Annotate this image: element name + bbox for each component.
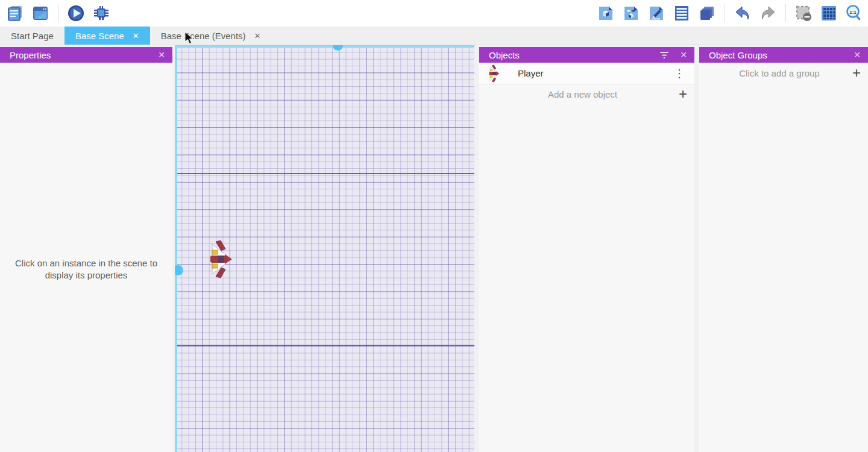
close-icon[interactable]: ✕	[854, 50, 861, 60]
undo-arrow-icon	[734, 4, 752, 22]
preview-play-icon[interactable]	[66, 3, 86, 24]
debug-icon[interactable]	[91, 3, 112, 24]
tab-label: Base Scene (Events)	[161, 31, 246, 41]
objects-panel-header: Objects ✕	[479, 47, 694, 63]
main-toolbar: 1:1	[0, 0, 868, 27]
tab-label: Start Page	[11, 31, 54, 41]
toolbar-separator	[785, 4, 786, 22]
magnifier-1-1-icon: 1:1	[844, 4, 864, 23]
mask-remove-icon	[794, 4, 813, 22]
properties-panel-header: Properties ✕	[0, 47, 172, 63]
object-groups-panel: Object Groups ✕ Click to add a group +	[699, 47, 868, 452]
page-pencil-icon	[647, 4, 665, 22]
toolbar-right-group: 1:1	[596, 3, 868, 24]
plus-icon[interactable]: +	[679, 88, 687, 100]
properties-panel: Properties ✕ Click on an instance in the…	[0, 47, 172, 452]
properties-panel-icon[interactable]	[646, 3, 667, 24]
panel-title: Objects	[489, 50, 520, 60]
toolbar-left-group	[0, 3, 112, 24]
scene-window-border-top	[175, 173, 474, 174]
deselect-mask-icon[interactable]	[793, 3, 814, 24]
bug-icon	[92, 4, 110, 22]
zoom-1-1-icon[interactable]: 1:1	[844, 3, 864, 24]
stacked-squares-icon	[698, 4, 716, 22]
add-object-label: Add a new object	[486, 89, 679, 99]
properties-panel-body: Click on an instance in the scene to dis…	[0, 63, 172, 452]
horizontal-scrollbar-thumb[interactable]	[333, 45, 343, 51]
object-groups-panel-header: Object Groups ✕	[699, 47, 868, 63]
page-cube-icon	[597, 4, 615, 22]
layers-icon[interactable]	[697, 3, 717, 24]
panel-title: Object Groups	[709, 50, 767, 60]
scene-window-border-bottom	[175, 345, 474, 346]
svg-text:1:1: 1:1	[849, 10, 857, 15]
object-menu-icon[interactable]: ⋮	[670, 67, 688, 80]
horizontal-scrollbar-track[interactable]	[175, 45, 474, 48]
properties-empty-message: Click on an instance in the scene to dis…	[6, 257, 166, 282]
undo-icon[interactable]	[732, 3, 753, 24]
editor-tab-bar: Start Page Base Scene ✕ Base Scene (Even…	[0, 27, 868, 45]
tab-base-scene-events[interactable]: Base Scene (Events) ✕	[150, 27, 272, 45]
tab-close-icon[interactable]: ✕	[133, 31, 139, 40]
plus-icon[interactable]: +	[852, 67, 861, 79]
tab-close-icon[interactable]: ✕	[254, 31, 261, 40]
scene-canvas[interactable]	[175, 45, 474, 452]
start-page-window-icon[interactable]	[30, 3, 51, 24]
vertical-scrollbar-thumb[interactable]	[175, 265, 183, 275]
object-groups-panel-icon[interactable]	[621, 3, 641, 24]
toolbar-separator	[58, 4, 58, 22]
redo-icon[interactable]	[758, 3, 778, 24]
add-group-label: Click to add a group	[706, 68, 852, 78]
panel-title: Properties	[10, 50, 51, 60]
instances-list-icon[interactable]	[671, 3, 692, 24]
object-row-player[interactable]: Player ⋮	[479, 63, 694, 84]
add-group-row[interactable]: Click to add a group +	[699, 63, 868, 83]
grid-icon[interactable]	[819, 3, 839, 24]
add-new-object-row[interactable]: Add a new object +	[479, 84, 694, 104]
page-cubes-icon	[622, 4, 640, 22]
toolbar-separator	[725, 4, 725, 22]
tab-start-page[interactable]: Start Page	[0, 27, 64, 45]
grid-squares-icon	[820, 4, 838, 22]
window-icon	[31, 4, 49, 22]
objects-panel-icon[interactable]	[596, 3, 616, 24]
stacked-pages-icon	[6, 4, 24, 22]
filter-icon[interactable]	[659, 51, 669, 59]
close-icon[interactable]: ✕	[680, 50, 687, 60]
tab-base-scene[interactable]: Base Scene ✕	[64, 27, 150, 45]
redo-arrow-icon	[759, 4, 777, 22]
object-label: Player	[518, 68, 670, 78]
vertical-scrollbar-track[interactable]	[175, 45, 177, 452]
objects-panel: Objects ✕	[479, 47, 694, 452]
tab-label: Base Scene	[75, 31, 124, 41]
spaceship-thumbnail-icon	[486, 64, 501, 83]
page-list-icon	[673, 4, 691, 22]
play-icon	[66, 4, 86, 23]
player-instance[interactable]	[208, 240, 232, 278]
gdevelop-scene-editor: 1:1 Start Page Base Scene ✕ Base Scene (…	[0, 0, 868, 452]
close-icon[interactable]: ✕	[158, 50, 165, 60]
project-manager-icon[interactable]	[5, 3, 25, 24]
